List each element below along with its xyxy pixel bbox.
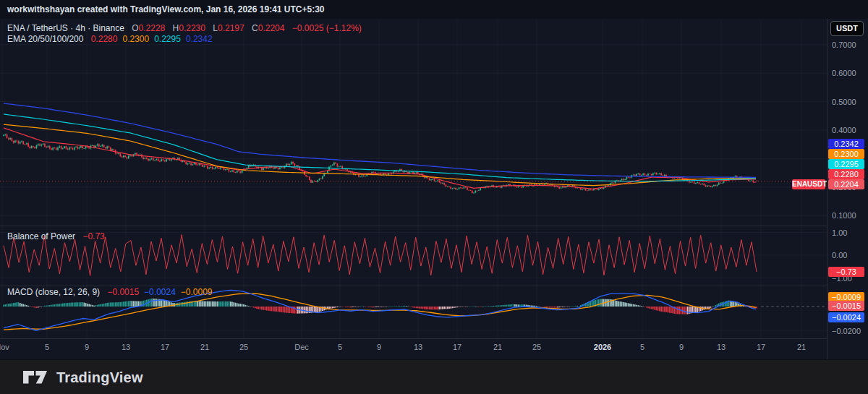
macd-value-badge: −0.0024: [828, 312, 864, 322]
price-badge: 0.2204: [828, 179, 864, 189]
chart-panes[interactable]: [0, 19, 827, 359]
price-axis-label: 0.7000: [827, 40, 868, 50]
candle-bodies: [3, 134, 757, 194]
price-line-symbol-tag: ENAUSDT: [792, 179, 825, 189]
macd-legend-title: MACD (close, 12, 26, 9): [7, 287, 100, 297]
candle-wicks: [4, 133, 757, 193]
time-axis-label: 9: [85, 343, 89, 351]
pane-separator-macd[interactable]: [0, 286, 827, 286]
bop-axis-label: 0.00: [827, 250, 868, 260]
attribution-text: workwithshayan created with TradingView.…: [7, 4, 325, 14]
time-axis-label: 9: [377, 343, 381, 351]
time-axis-label: 2026: [594, 343, 611, 351]
time-axis-label: 9: [679, 343, 684, 351]
macd-axis-label: −0.0200: [827, 326, 868, 336]
time-axis-label: 21: [493, 343, 502, 351]
tradingview-snapshot: workwithshayan created with TradingView.…: [0, 0, 868, 394]
price-badge: 0.2342: [828, 139, 864, 149]
pane-separator-bop[interactable]: [0, 226, 827, 226]
time-axis-label: 5: [338, 343, 342, 351]
bop-legend-value: −0.73: [82, 231, 104, 241]
high-value: 0.2230: [179, 23, 205, 33]
macd-value: −0.0024: [144, 287, 176, 297]
time-axis-label: 17: [161, 343, 169, 351]
open-label: O: [132, 23, 138, 33]
low-label: L: [213, 23, 218, 33]
price-axis-label: 0.5000: [827, 97, 868, 107]
price-badge: 0.2295: [828, 159, 864, 169]
ema-value: 0.2295: [154, 34, 181, 44]
time-axis-label: 5: [640, 343, 644, 351]
price-badge: 0.2300: [828, 149, 864, 159]
macd-value: −0.0015: [107, 287, 139, 297]
time-axis-label: 5: [45, 343, 49, 351]
tradingview-logo-icon[interactable]: [22, 367, 49, 387]
currency-toggle-button[interactable]: USDT: [830, 21, 864, 36]
high-label: H: [173, 23, 179, 33]
bop-legend-title: Balance of Power: [7, 231, 75, 241]
time-axis-label: 17: [453, 343, 461, 351]
bop-axis-label: 1.00: [827, 228, 868, 238]
time-axis-label: 21: [797, 343, 806, 351]
bop-value-badge: −0.73: [828, 267, 864, 277]
price-badge: 0.2280: [828, 169, 864, 179]
close-label: C: [252, 23, 258, 33]
symbol-title: ENA / TetherUS · 4h · Binance: [7, 23, 124, 33]
change-value: −0.0025 (−1.12%): [292, 23, 362, 33]
time-axis-label: Dec: [294, 343, 309, 351]
bop-legend[interactable]: Balance of Power −0.73: [7, 231, 105, 241]
symbol-legend[interactable]: ENA / TetherUS · 4h · Binance O0.2228 H0…: [7, 23, 362, 33]
time-axis-label: 13: [122, 343, 130, 351]
ema-value: 0.2280: [91, 34, 118, 44]
ema-legend-values: 0.22800.23000.22950.2342: [86, 34, 213, 44]
ema-legend-title: EMA 20/50/100/200: [7, 34, 83, 44]
time-axis-separator: [0, 338, 868, 339]
macd-legend[interactable]: MACD (close, 12, 26, 9) −0.0015−0.0024−0…: [7, 287, 213, 297]
time-axis-label: 17: [757, 343, 765, 351]
attribution-bar: workwithshayan created with TradingView.…: [0, 0, 868, 20]
time-axis[interactable]: Nov5913172125Dec5913172125202659131721: [0, 339, 827, 359]
price-axis-label: 0.1000: [827, 210, 868, 220]
time-axis-label: 25: [239, 343, 248, 351]
macd-legend-values: −0.0015−0.0024−0.0009: [102, 287, 212, 297]
ema-value: 0.2342: [186, 34, 213, 44]
footer-bar: TradingView: [0, 359, 868, 394]
low-value: 0.2197: [218, 23, 244, 33]
time-axis-label: Nov: [0, 343, 9, 351]
price-axis-label: 0.6000: [827, 68, 868, 78]
ema-value: 0.2300: [122, 34, 149, 44]
time-axis-label: 25: [532, 343, 541, 351]
time-axis-label: 13: [414, 343, 422, 351]
tradingview-brand-text[interactable]: TradingView: [56, 369, 143, 386]
ema-legend[interactable]: EMA 20/50/100/200 0.22800.23000.22950.23…: [7, 34, 213, 44]
chart-area: ENA / TetherUS · 4h · Binance O0.2228 H0…: [0, 19, 868, 359]
price-axis[interactable]: USDT 0.70000.60000.50000.40000.30000.200…: [827, 19, 868, 359]
macd-value: −0.0009: [181, 287, 213, 297]
price-axis-label: 0.4000: [827, 125, 868, 135]
open-value: 0.2228: [139, 23, 166, 33]
time-axis-label: 13: [717, 343, 726, 351]
time-axis-label: 21: [200, 343, 209, 351]
chart-canvas[interactable]: [0, 19, 827, 359]
macd-value-badge: −0.0015: [828, 301, 864, 311]
close-value: 0.2204: [258, 23, 285, 33]
